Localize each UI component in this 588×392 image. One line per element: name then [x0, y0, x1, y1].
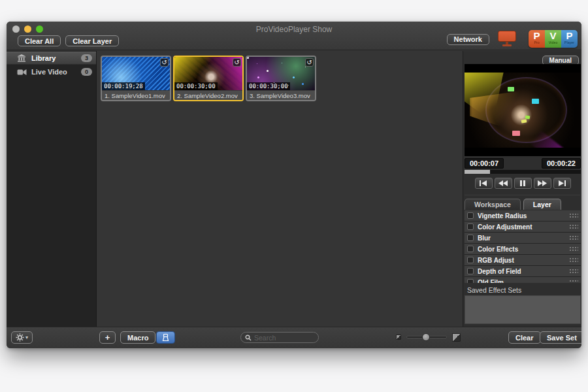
effect-row[interactable]: Blur: [465, 233, 581, 243]
network-button[interactable]: Network: [447, 34, 489, 45]
display-output-icon[interactable]: [497, 31, 517, 46]
tab-workspace[interactable]: Workspace: [465, 199, 521, 210]
effect-checkbox[interactable]: [467, 246, 474, 252]
pause-icon: [517, 180, 529, 187]
titlebar: ProVideoPlayer Show Clear All Clear Laye…: [7, 22, 581, 50]
effect-label: RGB Adjust: [478, 257, 568, 264]
clip-item-3[interactable]: ↺ 00:00:30;00 3. SampleVideo3.mov: [246, 56, 316, 101]
sidebar-item-label: Library: [31, 54, 81, 62]
inspector-tabs: Workspace Layer: [465, 199, 561, 210]
inspector-panel: Manual 00:00:07 00:00:22: [463, 51, 581, 327]
effect-row[interactable]: Vignette Radius: [465, 210, 581, 221]
effect-checkbox[interactable]: [467, 223, 474, 230]
remaining-time: 00:00:22: [542, 158, 581, 169]
effect-checkbox[interactable]: [467, 257, 474, 263]
effect-label: Blur: [478, 235, 568, 242]
drag-handle-icon[interactable]: [568, 235, 578, 241]
elapsed-time: 00:00:07: [465, 158, 504, 169]
clip-thumbnail: ↺ 00:00:19;28: [102, 57, 170, 90]
logo-video-segment: V Video: [545, 30, 561, 48]
drag-handle-icon[interactable]: [568, 257, 578, 263]
loop-icon[interactable]: ↺: [305, 58, 314, 67]
drag-handle-icon[interactable]: [568, 246, 578, 252]
effect-row[interactable]: Old Film: [465, 277, 581, 283]
effect-row[interactable]: Depth of Field: [465, 266, 581, 276]
effect-checkbox[interactable]: [467, 268, 474, 274]
thumbnail-size-control: [396, 333, 461, 342]
timecode-row: 00:00:07 00:00:22: [465, 158, 581, 169]
drag-handle-icon[interactable]: [568, 279, 578, 283]
clip-timecode: 00:00:19;28: [102, 82, 145, 90]
clip-label: 1. SampleVideo1.mov: [102, 90, 170, 100]
loop-icon[interactable]: ↺: [160, 58, 169, 67]
saved-effect-sets-box[interactable]: [465, 295, 581, 324]
add-button[interactable]: +: [99, 331, 116, 344]
clip-timecode: 00:00:30;00: [174, 82, 218, 90]
loop-icon[interactable]: ↺: [233, 58, 241, 67]
thumbnail-size-slider[interactable]: [406, 333, 447, 342]
macro-button[interactable]: Macro: [120, 331, 155, 344]
sidebar-item-live-video[interactable]: Live Video 0: [7, 65, 96, 78]
action-menu-button[interactable]: ▾: [11, 331, 33, 344]
search-input[interactable]: [254, 334, 314, 342]
preview-output: [465, 64, 581, 156]
rewind-button[interactable]: [495, 178, 512, 189]
clip-item-1[interactable]: ↺ 00:00:19;28 1. SampleVideo1.mov: [101, 56, 171, 101]
effect-label: Color Effects: [478, 246, 568, 253]
media-bin-button[interactable]: [156, 331, 175, 344]
effect-row[interactable]: Color Effects: [465, 244, 581, 254]
sidebar-item-library[interactable]: Library 3: [7, 52, 96, 65]
saved-effect-sets-label: Saved Effect Sets: [467, 286, 521, 294]
save-set-button[interactable]: Save Set: [540, 331, 581, 344]
effect-checkbox[interactable]: [467, 279, 474, 283]
fast-forward-icon: [536, 180, 548, 187]
pause-button[interactable]: [514, 178, 532, 189]
go-to-start-button[interactable]: [475, 178, 493, 189]
clip-thumbnail: ↺ 00:00:30;00: [174, 57, 242, 90]
effect-checkbox[interactable]: [467, 235, 474, 241]
logo-player-segment: P Player: [561, 30, 578, 48]
effects-list[interactable]: Vignette Radius Color Adjustment Blur Co…: [465, 210, 581, 283]
clip-label: 3. SampleVideo3.mov: [247, 90, 315, 100]
library-icon: [17, 54, 27, 62]
tab-layer[interactable]: Layer: [523, 199, 561, 210]
thumbnail-small-icon[interactable]: [396, 335, 401, 340]
clip-timecode: 00:00:30;00: [247, 82, 290, 90]
search-field[interactable]: [240, 332, 319, 343]
clip-thumbnail: ↺ 00:00:30;00: [247, 57, 315, 90]
drag-handle-icon[interactable]: [568, 212, 578, 219]
clip-item-2[interactable]: ↺ 00:00:30;00 2. SampleVideo2.mov: [173, 56, 244, 101]
preview-frame: [465, 73, 581, 148]
scrubber[interactable]: [465, 170, 581, 174]
toolbar-right: Network P Pro V Video P Player: [447, 22, 578, 50]
clear-all-button[interactable]: Clear All: [18, 35, 61, 46]
app-window: ProVideoPlayer Show Clear All Clear Laye…: [7, 22, 581, 348]
effect-checkbox[interactable]: [467, 212, 474, 219]
drag-handle-icon[interactable]: [568, 223, 578, 230]
transport-controls: [463, 178, 581, 189]
clear-layer-button[interactable]: Clear Layer: [65, 35, 119, 46]
clear-button[interactable]: Clear: [508, 331, 541, 344]
effect-label: Depth of Field: [478, 268, 568, 275]
search-icon: [245, 335, 252, 341]
effect-row[interactable]: RGB Adjust: [465, 255, 581, 265]
toolbar-left: Clear All Clear Layer: [18, 35, 119, 46]
effect-label: Old Film: [478, 279, 568, 284]
effect-row[interactable]: Color Adjustment: [465, 221, 581, 232]
media-grid[interactable]: ↺ 00:00:19;28 1. SampleVideo1.mov ↺ 00:0…: [97, 51, 463, 327]
count-badge: 3: [81, 54, 92, 62]
go-to-end-button[interactable]: [553, 178, 571, 189]
chevron-down-icon: ▾: [25, 335, 28, 340]
clip-row: ↺ 00:00:19;28 1. SampleVideo1.mov ↺ 00:0…: [101, 56, 316, 101]
bottom-bar: ▾ + Macro Clear Save Set: [7, 327, 581, 348]
effect-label: Vignette Radius: [478, 212, 568, 220]
drag-handle-icon[interactable]: [568, 268, 578, 274]
thumbnail-large-icon[interactable]: [452, 333, 461, 342]
scrubber-fill: [465, 170, 490, 174]
rewind-icon: [497, 180, 509, 187]
gear-icon: [16, 333, 24, 342]
fast-forward-button[interactable]: [534, 178, 551, 189]
media-bin-icon: [161, 333, 170, 342]
effect-label: Color Adjustment: [478, 223, 568, 231]
slider-thumb[interactable]: [422, 333, 430, 341]
